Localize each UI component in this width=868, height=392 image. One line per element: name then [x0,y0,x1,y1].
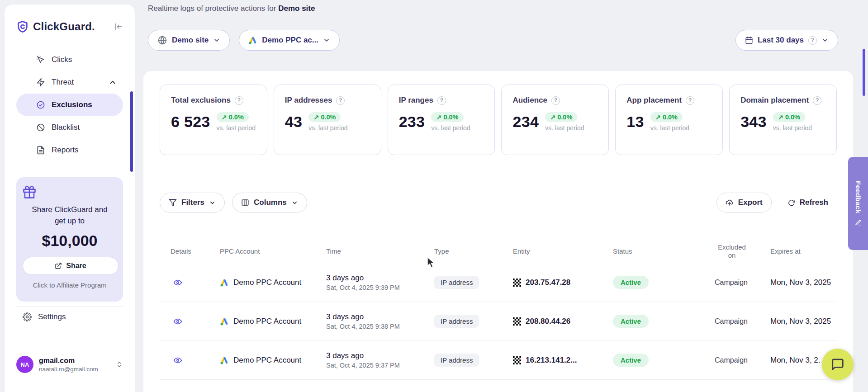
nav-label-threat: Threat [52,78,74,87]
refresh-button[interactable]: Refresh [779,193,837,213]
stat-card-app-placement: App placement? 13 ↗0.0%vs. last period [615,85,723,155]
chevron-down-icon [209,199,216,206]
page-subtitle: Realtime logs of protective actions for … [148,4,315,13]
sidebar-collapse-icon[interactable] [113,22,123,32]
help-icon[interactable]: ? [686,96,694,105]
sidebar-item-blacklist[interactable]: Blacklist [16,116,123,139]
calendar-icon [745,36,753,44]
chevron-down-icon [821,37,829,44]
gear-icon [23,312,32,321]
ppc-account-cell: Demo PPC Account [233,278,301,287]
col-header-status: Status [613,247,715,255]
chat-launcher-button[interactable] [822,349,854,380]
help-icon[interactable]: ? [336,96,345,105]
table-row: Demo PPC Account 3 days agoSat, Oct 4, 2… [160,302,837,341]
stat-value: 233 [399,113,425,131]
stat-card-domain-placement: Domain placement? 343 ↗0.0%vs. last peri… [729,85,837,155]
trend-caption: vs. last period [431,124,470,132]
trend-caption: vs. last period [773,124,812,132]
ppc-account-selector[interactable]: Demo PPC ac... [239,30,340,51]
entity-identicon-icon [513,279,521,287]
table-header: Details PPC Account Time Type Entity Sta… [160,240,837,263]
time-relative: 3 days ago [326,312,434,321]
google-ads-icon [220,278,229,287]
nav-label-blacklist: Blacklist [52,123,80,132]
trend-up-icon: ↗ [313,113,319,121]
date-range-value: Last 30 days [758,36,804,45]
type-badge: IP address [434,354,479,367]
sidebar-item-exclusions[interactable]: Exclusions [16,94,123,116]
filters-button[interactable]: Filters [160,193,225,213]
feedback-tab[interactable]: Feedback [848,157,868,250]
sidebar-item-settings[interactable]: Settings [16,307,123,327]
clickguard-logo-icon [16,20,29,33]
table-row: Demo PPC Account 3 days agoSat, Oct 4, 2… [160,263,837,302]
col-header-type: Type [434,247,513,255]
columns-button-label: Columns [254,198,287,207]
excluded-on-cell: Campaign [715,356,770,364]
chevron-up-icon [109,78,117,86]
help-icon[interactable]: ? [551,96,560,105]
entity-value: 203.75.47.28 [526,278,570,287]
lightning-icon [36,78,45,87]
stat-value: 343 [740,113,767,131]
view-details-eye-icon[interactable] [171,276,185,289]
affiliate-link-text[interactable]: Click to Affiliate Program [23,281,117,289]
logo-row: ClickGuard. [16,5,123,33]
user-menu[interactable]: NA gmail.com naatali.ro@gmail.com [16,352,123,377]
stat-label: IP addresses [285,96,332,105]
columns-button[interactable]: Columns [232,193,307,213]
chevron-down-icon [291,199,298,206]
stat-label: Domain placement [740,96,809,105]
stats-row: Total exclusions? 6 523 ↗0.0%vs. last pe… [160,85,837,155]
trend-up-icon: ↗ [436,113,441,121]
sidebar-divider [16,348,123,348]
google-ads-icon [248,36,257,45]
excluded-on-cell: Campaign [715,279,770,287]
view-details-eye-icon[interactable] [171,315,185,328]
share-button-label: Share [66,262,86,270]
ppc-account-selector-value: Demo PPC ac... [262,36,318,45]
sidebar-item-reports[interactable]: Reports [16,139,123,161]
view-details-eye-icon[interactable] [171,354,185,367]
col-header-details: Details [171,247,220,255]
google-ads-icon [220,356,229,365]
external-link-icon [55,262,62,269]
date-range-selector[interactable]: Last 30 days ? [735,30,838,51]
entity-identicon-icon [513,356,521,364]
site-selector-value: Demo site [172,36,209,45]
funnel-icon [169,198,177,207]
help-icon[interactable]: ? [808,36,817,45]
type-badge: IP address [434,315,479,328]
help-icon[interactable]: ? [437,96,446,105]
affiliate-promo-card[interactable]: Share ClickGuard and get up to $10,000 S… [16,177,123,302]
expires-at-cell: Mon, Nov 3, 2025 [770,317,837,326]
stat-card-audience: Audience? 234 ↗0.0%vs. last period [501,85,609,155]
table-row: 3 days ago [160,380,837,392]
stat-label: App placement [626,96,682,105]
sidebar-scrollbar[interactable] [130,91,133,172]
sidebar-item-threat[interactable]: Threat [16,71,123,94]
share-button[interactable]: Share [23,257,119,275]
help-icon[interactable]: ? [813,96,821,105]
status-badge: Active [613,354,649,367]
site-selector[interactable]: Demo site [148,30,230,51]
time-relative: 3 days ago [326,351,434,360]
entity-identicon-icon [513,317,521,326]
help-icon[interactable]: ? [235,96,243,105]
nav-label-clicks: Clicks [52,55,72,64]
chevron-down-icon [323,37,330,44]
stat-card-ip-ranges: IP ranges? 233 ↗0.0%vs. last period [388,85,495,155]
export-button[interactable]: Export [716,193,772,213]
entity-value: 208.80.44.26 [526,317,570,326]
entity-value: 16.213.141.2... [526,356,577,365]
stat-value: 43 [285,113,302,131]
nav-label-reports: Reports [52,146,79,155]
sidebar-item-clicks[interactable]: Clicks [16,48,123,71]
trend-caption: vs. last period [217,124,256,132]
type-badge: IP address [434,276,479,289]
time-absolute: Sat, Oct 4, 2025 9:37 PM [326,362,434,369]
trend-value: 0.0% [785,113,800,121]
pencil-icon [855,219,862,226]
page-scrollbar-thumb[interactable] [863,49,865,96]
